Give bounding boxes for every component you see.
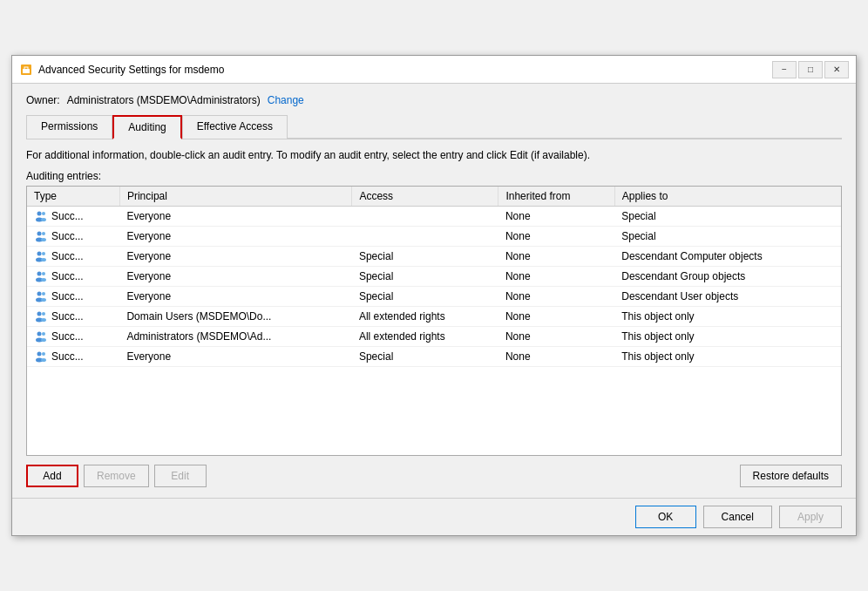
cell-access: All extended rights (352, 306, 498, 326)
svg-point-30 (41, 338, 46, 342)
col-access: Access (352, 187, 498, 207)
user-group-icon (34, 350, 48, 363)
restore-defaults-button[interactable]: Restore defaults (740, 465, 842, 487)
col-type: Type (27, 187, 119, 207)
svg-point-23 (37, 311, 42, 316)
main-window: Advanced Security Settings for msdemo − … (11, 55, 857, 536)
title-bar-left: Advanced Security Settings for msdemo (19, 63, 224, 77)
svg-point-34 (41, 358, 46, 362)
table-row[interactable]: Succ... EveryoneNoneSpecial (27, 226, 841, 246)
svg-point-19 (37, 291, 42, 296)
cell-inherited: None (498, 246, 614, 266)
cell-principal: Everyone (119, 226, 352, 246)
title-controls: − □ ✕ (772, 61, 849, 78)
ok-button[interactable]: OK (635, 506, 696, 528)
cell-inherited: None (498, 266, 614, 286)
table-row[interactable]: Succ... EveryoneSpecialNoneThis object o… (27, 346, 841, 366)
cell-principal: Administrators (MSDEMO\Ad... (119, 326, 352, 346)
cell-applies: Descendant Group objects (614, 266, 841, 286)
cell-access (352, 226, 498, 246)
table-row[interactable]: Succ... EveryoneSpecialNoneDescendant Co… (27, 246, 841, 266)
add-button[interactable]: Add (26, 465, 78, 487)
edit-button[interactable]: Edit (154, 465, 207, 487)
section-label: Auditing entries: (26, 170, 842, 182)
window-icon (19, 63, 33, 77)
user-group-icon (34, 229, 48, 243)
user-group-icon (34, 209, 48, 223)
svg-point-10 (41, 238, 46, 241)
table-row[interactable]: Succ... EveryoneSpecialNoneDescendant Gr… (27, 266, 841, 286)
svg-point-13 (42, 252, 45, 255)
tab-permissions[interactable]: Permissions (26, 115, 112, 139)
table-row[interactable]: Succ... Domain Users (MSDEMO\Do...All ex… (27, 306, 841, 326)
table-row[interactable]: Succ... EveryoneNoneSpecial (27, 206, 841, 226)
cell-type: Succ... (27, 326, 119, 346)
table-row[interactable]: Succ... EveryoneSpecialNoneDescendant Us… (27, 286, 841, 306)
cell-inherited: None (498, 326, 614, 346)
cell-access: All extended rights (352, 326, 498, 346)
apply-button[interactable]: Apply (779, 506, 842, 528)
owner-label: Owner: (26, 94, 60, 106)
cell-type: Succ... (27, 226, 119, 246)
left-buttons: Add Remove Edit (26, 465, 207, 487)
cell-access (352, 206, 498, 226)
cell-inherited: None (498, 306, 614, 326)
tab-bar: Permissions Auditing Effective Access (26, 115, 842, 139)
cancel-button[interactable]: Cancel (703, 506, 772, 528)
col-inherited: Inherited from (498, 187, 614, 207)
svg-point-25 (42, 312, 45, 316)
cell-inherited: None (498, 346, 614, 366)
window-title: Advanced Security Settings for msdemo (38, 64, 224, 76)
minimize-button[interactable]: − (772, 61, 797, 78)
svg-point-7 (37, 231, 42, 235)
tab-auditing[interactable]: Auditing (112, 115, 181, 139)
table-row[interactable]: Succ... Administrators (MSDEMO\Ad...All … (27, 326, 841, 346)
cell-principal: Everyone (119, 206, 352, 226)
title-bar: Advanced Security Settings for msdemo − … (12, 56, 856, 84)
cell-access: Special (352, 246, 498, 266)
user-group-icon (34, 329, 48, 343)
svg-point-21 (42, 292, 45, 296)
cell-applies: Descendant Computer objects (614, 246, 841, 266)
cell-principal: Domain Users (MSDEMO\Do... (119, 306, 352, 326)
user-group-icon (34, 269, 48, 283)
user-group-icon (34, 309, 48, 323)
maximize-button[interactable]: □ (798, 61, 823, 78)
svg-point-14 (41, 258, 46, 262)
cell-applies: This object only (614, 326, 841, 346)
cell-inherited: None (498, 206, 614, 226)
svg-point-5 (42, 212, 45, 215)
cell-applies: Special (614, 206, 841, 226)
cell-type: Succ... (27, 246, 119, 266)
svg-point-18 (41, 278, 46, 282)
svg-point-11 (37, 251, 42, 255)
cell-applies: This object only (614, 306, 841, 326)
content-area: Owner: Administrators (MSDEMO\Administra… (12, 84, 856, 498)
cell-applies: Descendant User objects (614, 286, 841, 306)
auditing-table: Type Principal Access Inherited from App… (27, 187, 841, 367)
svg-point-17 (42, 272, 45, 275)
user-group-icon (34, 289, 48, 303)
remove-button[interactable]: Remove (84, 465, 149, 487)
svg-point-27 (37, 331, 42, 336)
tab-effective-access[interactable]: Effective Access (182, 115, 288, 139)
close-button[interactable]: ✕ (824, 61, 849, 78)
cell-access: Special (352, 346, 498, 366)
change-link[interactable]: Change (268, 94, 304, 106)
cell-inherited: None (498, 286, 614, 306)
cell-type: Succ... (27, 306, 119, 326)
col-principal: Principal (119, 187, 352, 207)
svg-point-33 (42, 352, 45, 356)
owner-value: Administrators (MSDEMO\Administrators) (67, 94, 261, 106)
cell-access: Special (352, 286, 498, 306)
cell-principal: Everyone (119, 266, 352, 286)
cell-type: Succ... (27, 206, 119, 226)
svg-point-22 (41, 298, 46, 302)
cell-principal: Everyone (119, 286, 352, 306)
cell-principal: Everyone (119, 346, 352, 366)
cell-type: Succ... (27, 286, 119, 306)
info-text: For additional information, double-click… (26, 148, 842, 163)
footer: OK Cancel Apply (12, 498, 856, 535)
cell-applies: This object only (614, 346, 841, 366)
auditing-table-container[interactable]: Type Principal Access Inherited from App… (26, 186, 842, 456)
